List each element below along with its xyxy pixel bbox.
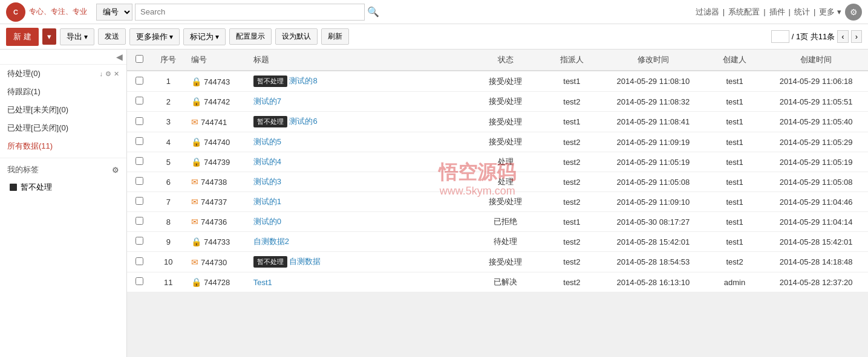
search-button[interactable]: 🔍 bbox=[367, 6, 379, 18]
ticket-link[interactable]: Test1 bbox=[253, 278, 272, 287]
row-checkbox[interactable] bbox=[135, 197, 143, 205]
row-creator: admin bbox=[705, 272, 765, 292]
tags-list: 暂不处理 bbox=[0, 179, 126, 196]
my-tags-label: 我的标签 bbox=[7, 164, 39, 175]
row-checkbox-cell bbox=[127, 172, 151, 192]
row-assignee: test2 bbox=[543, 152, 602, 172]
header-nav: 过滤器 | 系统配置 | 插件 | 统计 | 更多 ▾ ⚙ bbox=[696, 4, 862, 21]
sidebar-item-2[interactable]: 已处理[未关闭](0) bbox=[0, 101, 126, 119]
next-page-button[interactable]: › bbox=[851, 30, 862, 43]
row-creator: test1 bbox=[705, 172, 765, 192]
row-checkbox-cell bbox=[127, 92, 151, 112]
row-num: 2 bbox=[151, 92, 185, 112]
prev-page-button[interactable]: ‹ bbox=[837, 30, 848, 43]
ticket-link[interactable]: 测试的6 bbox=[289, 117, 317, 126]
config-display-button[interactable]: 配置显示 bbox=[229, 28, 272, 45]
export-button[interactable]: 导出 ▾ bbox=[60, 28, 94, 45]
set-default-button[interactable]: 设为默认 bbox=[275, 28, 318, 45]
table-row: 8 ✉ 744736 测试的0 已拒绝 test1 2014-05-30 08:… bbox=[127, 212, 868, 232]
row-create-time: 2014-05-29 11:05:51 bbox=[764, 92, 868, 112]
row-assignee: test2 bbox=[543, 252, 602, 272]
row-creator: test1 bbox=[705, 132, 765, 152]
row-status: 已解决 bbox=[469, 272, 543, 292]
ticket-link[interactable]: 测试的7 bbox=[253, 97, 281, 106]
row-modify-time: 2014-05-29 11:09:10 bbox=[601, 192, 705, 212]
ticket-link[interactable]: 测试的4 bbox=[253, 157, 281, 166]
my-tags-settings-icon[interactable]: ⚙ bbox=[112, 166, 119, 175]
row-checkbox[interactable] bbox=[135, 157, 143, 165]
toolbar: 新 建 ▾ 导出 ▾ 发送 更多操作 ▾ 标记为 ▾ 配置显示 设为默认 刷新 … bbox=[0, 24, 868, 50]
row-checkbox[interactable] bbox=[135, 277, 143, 285]
ticket-link[interactable]: 测试的8 bbox=[289, 76, 317, 85]
row-modify-time: 2014-05-29 11:05:08 bbox=[601, 172, 705, 192]
ticket-link[interactable]: 测试的1 bbox=[253, 197, 281, 206]
send-button[interactable]: 发送 bbox=[98, 28, 126, 45]
row-checkbox[interactable] bbox=[135, 137, 143, 145]
row-checkbox[interactable] bbox=[135, 77, 143, 85]
row-assignee: test2 bbox=[543, 232, 602, 252]
row-checkbox[interactable] bbox=[135, 177, 143, 185]
ticket-link[interactable]: 测试的0 bbox=[253, 217, 281, 226]
sidebar-collapse-button[interactable]: ◀ bbox=[116, 52, 123, 62]
logo: C 专心、专注、专业 bbox=[6, 2, 87, 22]
row-status: 已拒绝 bbox=[469, 212, 543, 232]
table-row: 1 🔒 744743 暂不处理 测试的8 接受/处理 test1 2014-05… bbox=[127, 71, 868, 92]
row-checkbox-cell bbox=[127, 112, 151, 132]
row-creator: test1 bbox=[705, 232, 765, 252]
row-modify-time: 2014-05-29 11:08:10 bbox=[601, 71, 705, 92]
sidebar-item-4[interactable]: 所有数据(11) bbox=[0, 137, 126, 155]
row-title: Test1 bbox=[247, 272, 469, 292]
ticket-link[interactable]: 自测数据 bbox=[289, 257, 321, 266]
row-status: 接受/处理 bbox=[469, 112, 543, 132]
sidebar-items: 待处理(0)↓⚙✕待跟踪(1)已处理[未关闭](0)已处理[已关闭](0)所有数… bbox=[0, 65, 126, 155]
email-icon: ✉ bbox=[191, 117, 198, 127]
nav-plugins[interactable]: 插件 bbox=[769, 7, 785, 18]
row-checkbox[interactable] bbox=[135, 217, 143, 225]
header-modify-time: 修改时间 bbox=[601, 50, 705, 71]
row-num: 9 bbox=[151, 232, 185, 252]
new-arrow-button[interactable]: ▾ bbox=[42, 28, 56, 45]
row-id: ✉ 744738 bbox=[185, 172, 247, 192]
sidebar: ◀ 待处理(0)↓⚙✕待跟踪(1)已处理[未关闭](0)已处理[已关闭](0)所… bbox=[0, 50, 127, 357]
row-checkbox[interactable] bbox=[135, 97, 143, 105]
row-checkbox[interactable] bbox=[135, 237, 143, 245]
mark-as-button[interactable]: 标记为 ▾ bbox=[183, 28, 226, 45]
nav-filter[interactable]: 过滤器 bbox=[696, 7, 719, 18]
row-title: 测试的5 bbox=[247, 132, 469, 152]
ticket-link[interactable]: 自测数据2 bbox=[253, 237, 289, 246]
sidebar-item-0[interactable]: 待处理(0)↓⚙✕ bbox=[0, 65, 126, 83]
nav-stats[interactable]: 统计 bbox=[794, 7, 810, 18]
row-num: 1 bbox=[151, 71, 185, 92]
row-checkbox[interactable] bbox=[135, 117, 143, 125]
row-num: 7 bbox=[151, 192, 185, 212]
row-id: 🔒 744728 bbox=[185, 272, 247, 292]
row-modify-time: 2014-05-29 11:08:41 bbox=[601, 112, 705, 132]
select-all-checkbox[interactable] bbox=[135, 55, 143, 63]
header-title: 标题 bbox=[247, 50, 469, 71]
page-input[interactable]: 1 bbox=[771, 30, 789, 43]
header: C 专心、专注、专业 编号 标题 内容 🔍 过滤器 | 系统配置 | 插件 | … bbox=[0, 0, 868, 24]
sidebar-item-3[interactable]: 已处理[已关闭](0) bbox=[0, 119, 126, 137]
lock-icon: 🔒 bbox=[191, 157, 201, 167]
row-title: 测试的3 bbox=[247, 172, 469, 192]
page-total: / 1页 共11条 bbox=[792, 31, 835, 42]
tag-item-0[interactable]: 暂不处理 bbox=[0, 179, 126, 196]
new-button[interactable]: 新 建 bbox=[6, 28, 39, 46]
avatar[interactable]: ⚙ bbox=[845, 4, 862, 21]
search-type-select[interactable]: 编号 标题 内容 bbox=[96, 4, 132, 21]
refresh-button[interactable]: 刷新 bbox=[321, 28, 349, 45]
more-ops-button[interactable]: 更多操作 ▾ bbox=[129, 28, 180, 45]
nav-more[interactable]: 更多 ▾ bbox=[819, 7, 841, 18]
table-row: 11 🔒 744728 Test1 已解决 test2 2014-05-28 1… bbox=[127, 272, 868, 292]
table-row: 9 🔒 744733 自测数据2 待处理 test2 2014-05-28 15… bbox=[127, 232, 868, 252]
row-create-time: 2014-05-29 11:05:40 bbox=[764, 112, 868, 132]
row-id: 🔒 744733 bbox=[185, 232, 247, 252]
search-input[interactable] bbox=[135, 4, 365, 21]
sidebar-item-1[interactable]: 待跟踪(1) bbox=[0, 83, 126, 101]
ticket-link[interactable]: 测试的5 bbox=[253, 137, 281, 146]
nav-sysconfig[interactable]: 系统配置 bbox=[728, 7, 760, 18]
row-assignee: test2 bbox=[543, 132, 602, 152]
row-creator: test2 bbox=[705, 252, 765, 272]
row-checkbox[interactable] bbox=[135, 257, 143, 265]
ticket-link[interactable]: 测试的3 bbox=[253, 177, 281, 186]
